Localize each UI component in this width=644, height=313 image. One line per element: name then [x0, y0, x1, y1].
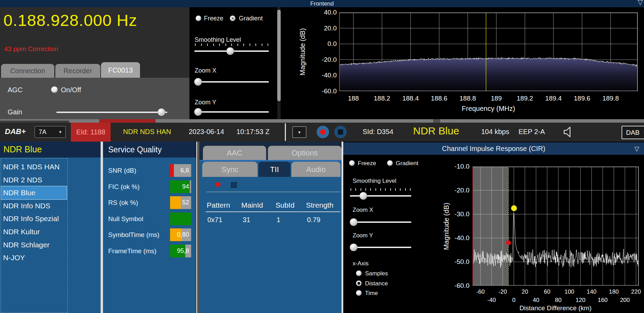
cir-freeze-radio[interactable]: [349, 160, 355, 166]
slider-tick: [201, 44, 202, 46]
slider-tick: [237, 44, 238, 46]
tii-divider: [206, 192, 340, 192]
tab-sync[interactable]: Sync: [202, 162, 258, 177]
service-list: NDR 1 NDS HANNDR 2 NDSNDR BlueNDR Info N…: [1, 160, 67, 264]
tab-tii[interactable]: TII: [259, 162, 290, 177]
vertical-splitter[interactable]: [196, 142, 199, 313]
vertical-scrollbar[interactable]: [277, 10, 281, 101]
tii-column-header: Strength: [306, 201, 333, 209]
quality-row: RS (ok %)52: [103, 196, 196, 209]
cir-plot[interactable]: [473, 167, 639, 286]
horizontal-splitter[interactable]: [0, 119, 644, 123]
service-list-item[interactable]: NDR Info NDS: [1, 199, 67, 212]
xaxis-distance-radio[interactable]: [356, 281, 362, 286]
service-list-item[interactable]: NDR Info Spezial: [1, 212, 67, 225]
quality-row: SymbolTime (ms)0,80: [103, 228, 196, 241]
slider-tick: [380, 188, 381, 191]
slider-handle[interactable]: [226, 47, 234, 55]
cir-x-axis-title: Distance Difference (km): [486, 304, 625, 312]
quality-bar: 6,6: [170, 164, 191, 177]
slider-tick: [355, 188, 356, 191]
gradient-label: Gradient: [239, 15, 263, 22]
slider-track: [194, 81, 269, 83]
quality-row: FIC (ok %)94: [103, 180, 196, 193]
service-list-item[interactable]: NDR 2 NDS: [1, 173, 67, 187]
slider-handle[interactable]: [194, 108, 202, 116]
service-list-item[interactable]: NDR Kultur: [1, 225, 67, 238]
cir-zoom-y-slider[interactable]: [350, 244, 411, 251]
cir-xaxis-label: x-Axis: [353, 260, 368, 267]
speaker-icon[interactable]: [563, 126, 574, 137]
slider-handle[interactable]: [360, 192, 367, 200]
quality-row: Null Symbol: [103, 212, 196, 225]
slider-tick: [395, 188, 396, 191]
quality-bar-fill: [170, 164, 174, 177]
slider-handle[interactable]: [194, 78, 202, 86]
quality-value: 95,8: [177, 245, 189, 257]
tab-aac[interactable]: AAC: [203, 146, 266, 160]
freeze-radio[interactable]: [196, 16, 201, 21]
slider-tick: [361, 188, 361, 191]
slider-handle[interactable]: [350, 244, 357, 251]
frequency-unit: Hz: [117, 11, 137, 29]
cir-zoom-x-slider[interactable]: [350, 218, 411, 226]
gradient-checkbox[interactable]: [230, 16, 235, 21]
splitter-handle[interactable]: [433, 119, 440, 123]
slider-tick: [255, 44, 256, 46]
tab-connection[interactable]: Connection: [1, 64, 54, 78]
service-list-scrollbar[interactable]: [101, 142, 103, 313]
tuner-settings-pane: AGC On/Off Gain: [0, 78, 189, 119]
slider-tick: [195, 44, 196, 46]
cir-title: Channel Impulse Response (CIR): [343, 142, 644, 155]
channel-select[interactable]: 7A ▼: [35, 126, 66, 138]
quality-bar: 94: [170, 180, 191, 193]
cir-collapse-icon[interactable]: ▽: [634, 145, 639, 153]
tab-audio[interactable]: Audio: [291, 162, 340, 177]
stop-button[interactable]: [334, 126, 347, 138]
slider-handle[interactable]: [350, 218, 357, 226]
slider-handle[interactable]: [158, 108, 165, 116]
smoothing-slider[interactable]: [194, 47, 269, 55]
chevron-down-icon: ▼: [58, 130, 62, 134]
cir-zoom-y-label: Zoom Y: [353, 232, 373, 239]
gain-slider[interactable]: [56, 108, 167, 116]
tab-fc0013[interactable]: FC0013: [101, 62, 140, 78]
zoom-y-label: Zoom Y: [195, 99, 216, 106]
tii-column-header: MainId: [241, 201, 263, 209]
tab-recorder[interactable]: Recorder: [55, 64, 100, 78]
tii-cell: 0.79: [307, 216, 320, 224]
tab-options[interactable]: Options: [268, 146, 342, 160]
mode-label: DAB+: [5, 127, 26, 136]
cir-gradient-radio[interactable]: [387, 160, 393, 166]
service-list-item[interactable]: NDR 1 NDS HAN: [1, 160, 67, 173]
service-dropdown-button[interactable]: ▼: [292, 126, 306, 138]
service-list-item[interactable]: NDR Blue: [1, 186, 67, 199]
band-select[interactable]: DAB ▼: [622, 126, 644, 139]
tii-cell: 31: [243, 216, 250, 224]
cir-smoothing-slider[interactable]: [350, 192, 411, 200]
service-quality-title: Service Quality: [108, 145, 162, 154]
xaxis-samples-radio[interactable]: [356, 271, 362, 276]
tii-header-underline: [206, 211, 340, 212]
channel-value: 7A: [39, 129, 46, 136]
agc-radio[interactable]: [51, 86, 58, 93]
service-quality-panel: Service Quality SNR (dB)6,6FIC (ok %)94R…: [103, 142, 196, 313]
slider-tick: [268, 44, 268, 46]
xaxis-time-radio[interactable]: [356, 290, 362, 296]
slider-track: [350, 195, 411, 197]
quality-row: FrameTime (ms)95,8: [103, 245, 196, 257]
quality-value: 6,6: [180, 164, 189, 177]
zoom-x-slider[interactable]: [194, 78, 269, 86]
spectrum-y-axis-title: Magnitude (dB): [299, 28, 307, 76]
frontend-spectrum-plot[interactable]: [339, 12, 638, 91]
eid-value: EId: 1188: [71, 123, 111, 142]
frequency-value: 0.188.928.000: [3, 11, 112, 29]
zoom-y-slider[interactable]: [194, 108, 269, 116]
record-button[interactable]: [317, 126, 329, 138]
slider-tick: [385, 188, 386, 191]
sid-label: SId: D354: [363, 128, 393, 136]
service-list-item[interactable]: NDR Schlager: [1, 238, 67, 252]
collapse-icon[interactable]: ▽: [638, 0, 643, 6]
service-list-item[interactable]: N-JOY: [1, 251, 67, 264]
decoder-panel: AAC Options Sync TII Audio PatternMainId…: [199, 142, 342, 313]
